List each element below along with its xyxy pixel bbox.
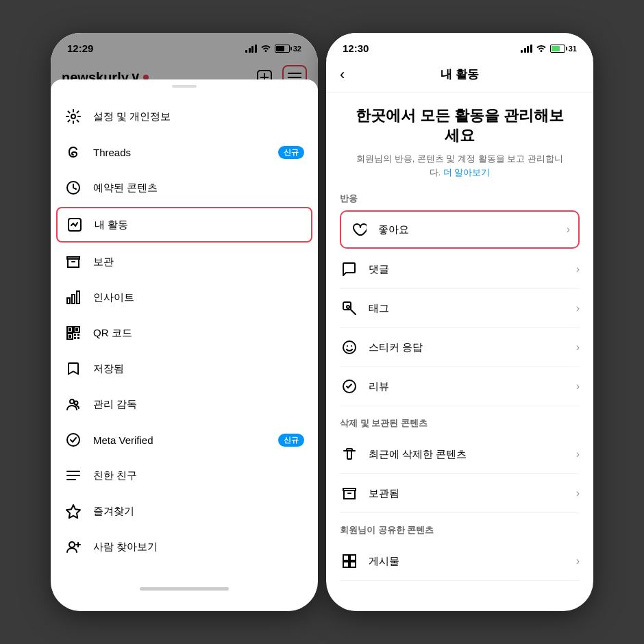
stickers-chevron: › (576, 341, 580, 354)
archive-label: 보관 (93, 256, 304, 269)
menu-item-find-people[interactable]: 사람 찾아보기 (51, 529, 318, 565)
reviews-chevron: › (576, 380, 580, 393)
heart-icon (349, 220, 369, 239)
svg-point-25 (75, 401, 78, 405)
menu-item-activity[interactable]: 내 활동 (56, 207, 312, 243)
threads-label: Threads (93, 147, 278, 158)
svg-rect-17 (75, 328, 78, 331)
battery-level-right: 31 (569, 45, 577, 53)
trash-icon (340, 445, 359, 464)
grid-icon (340, 552, 359, 571)
menu-item-saved[interactable]: 저장됨 (51, 351, 318, 386)
comments-chevron: › (576, 263, 580, 275)
tags-label: 태그 (369, 302, 576, 315)
svg-rect-21 (77, 334, 79, 336)
activity-item-posts[interactable]: 게시물 › (340, 542, 580, 581)
activity-item-reviews[interactable]: 리뷰 › (340, 367, 580, 406)
activity-item-tags[interactable]: 태그 › (340, 289, 580, 328)
menu-item-favorites[interactable]: 즐겨찾기 (51, 493, 318, 529)
activity-hero: 한곳에서 모든 활동을 관리해보 세요 회원님의 반응, 콘텐츠 및 계정 활동… (340, 106, 580, 179)
svg-rect-12 (72, 295, 75, 304)
section-shared: 회원님이 공유한 콘텐츠 (340, 524, 580, 536)
archive-icon (64, 253, 82, 271)
settings-label: 설정 및 개인정보 (93, 110, 304, 123)
svg-rect-20 (74, 334, 76, 336)
find-people-label: 사람 찾아보기 (93, 541, 304, 554)
comment-icon (340, 260, 359, 279)
activity-content: 한곳에서 모든 활동을 관리해보 세요 회원님의 반응, 콘텐츠 및 계정 활동… (326, 92, 593, 582)
svg-rect-22 (74, 337, 76, 339)
favorites-label: 즐겨찾기 (93, 505, 304, 518)
qr-label: QR 코드 (93, 327, 304, 340)
menu-item-close-friends[interactable]: 친한 친구 (51, 458, 318, 493)
hero-title: 한곳에서 모든 활동을 관리해보 세요 (340, 106, 580, 145)
activity-item-likes[interactable]: 좋아요 › (340, 210, 580, 249)
sticker-icon (340, 338, 359, 357)
back-button[interactable]: ‹ (340, 66, 345, 84)
close-friends-label: 친한 친구 (93, 469, 304, 482)
scheduled-icon (64, 179, 82, 197)
review-icon (340, 377, 359, 396)
sliding-panel: 설정 및 개인정보 Threads 신규 예약된 콘텐츠 (51, 79, 318, 611)
activity-page-title: 내 활동 (441, 66, 479, 82)
saved-label: 저장됨 (93, 362, 304, 375)
meta-badge: 신규 (278, 434, 304, 447)
activity-item-deleted[interactable]: 최근에 삭제한 콘텐츠 › (340, 435, 580, 474)
svg-point-24 (70, 399, 74, 404)
menu-item-supervision[interactable]: 관리 감독 (51, 386, 318, 422)
activity-item-stickers[interactable]: 스티커 응답 › (340, 328, 580, 367)
activity-item-reels[interactable]: 릴스 › (340, 581, 580, 582)
right-phone: 12:30 31 ‹ 내 활동 (326, 33, 593, 611)
posts-chevron: › (576, 555, 580, 567)
meta-icon (64, 431, 82, 449)
close-friends-icon (64, 467, 82, 484)
threads-icon (64, 143, 82, 161)
reviews-label: 리뷰 (369, 380, 576, 393)
activity-label: 내 활동 (95, 219, 303, 232)
svg-rect-11 (67, 298, 70, 304)
svg-rect-15 (69, 328, 71, 331)
menu-item-settings[interactable]: 설정 및 개인정보 (51, 99, 318, 134)
qr-icon (64, 324, 82, 342)
activity-header: ‹ 내 활동 (326, 60, 593, 92)
deleted-label: 최근에 삭제한 콘텐츠 (369, 448, 576, 461)
learn-more-link[interactable]: 더 알아보기 (443, 167, 491, 177)
scheduled-label: 예약된 콘텐츠 (93, 182, 304, 195)
svg-rect-13 (77, 291, 79, 304)
section-deleted: 삭제 및 보관된 콘텐츠 (340, 417, 580, 430)
svg-point-31 (69, 542, 75, 547)
svg-point-34 (347, 306, 349, 308)
status-bar-right: 12:30 31 (326, 33, 593, 60)
wifi-icon-right (536, 44, 547, 53)
tag-icon (340, 299, 359, 318)
saved-icon (64, 360, 82, 377)
activity-item-archived[interactable]: 보관됨 › (340, 474, 580, 513)
menu-item-scheduled[interactable]: 예약된 콘텐츠 (51, 170, 318, 206)
home-indicator (140, 587, 229, 591)
menu-item-archive[interactable]: 보관 (51, 244, 318, 280)
supervision-icon (64, 395, 82, 413)
posts-label: 게시물 (369, 555, 576, 568)
menu-item-meta[interactable]: Meta Verified 신규 (51, 422, 318, 458)
battery-icon-right (550, 45, 565, 53)
svg-rect-40 (350, 555, 356, 560)
favorites-icon (64, 502, 82, 520)
menu-item-qr[interactable]: QR 코드 (51, 315, 318, 351)
svg-rect-41 (343, 562, 349, 567)
hero-subtitle: 회원님의 반응, 콘텐츠 및 계정 활동을 보고 관리합니 다. 더 알아보기 (340, 152, 580, 179)
stickers-label: 스티커 응답 (369, 341, 576, 354)
menu-item-threads[interactable]: Threads 신규 (51, 134, 318, 170)
settings-icon (64, 108, 82, 125)
likes-label: 좋아요 (378, 223, 567, 236)
archived-chevron: › (576, 487, 580, 499)
supervision-label: 관리 감독 (93, 398, 304, 411)
panel-handle (172, 85, 197, 88)
time-right: 12:30 (343, 42, 369, 54)
menu-item-insights[interactable]: 인사이트 (51, 280, 318, 315)
likes-chevron: › (567, 223, 570, 236)
tags-chevron: › (576, 302, 580, 314)
activity-item-comments[interactable]: 댓글 › (340, 250, 580, 289)
insights-label: 인사이트 (93, 291, 304, 304)
svg-point-26 (67, 434, 79, 446)
threads-badge: 신규 (278, 146, 304, 159)
